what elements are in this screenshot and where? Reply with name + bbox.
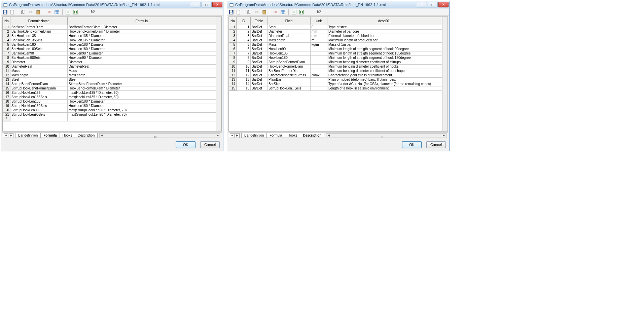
cell-unit[interactable] [311,56,327,60]
cell-unit[interactable] [311,65,327,69]
cell-formulaname[interactable]: BarHookLen135Seis [10,38,68,43]
cell-id[interactable]: 15 [237,86,251,91]
col-field[interactable]: Field [267,17,311,25]
cell-field[interactable]: Diameter [267,30,311,34]
cell-formula[interactable]: HookBendFormerDiam * Diameter [68,86,216,91]
preview1-icon[interactable] [291,9,297,15]
ok-button[interactable]: OK [176,141,195,148]
cell-field[interactable]: DiameterReal [267,34,311,38]
cell-id[interactable]: 7 [237,51,251,56]
cell-table[interactable]: BarDef [251,38,267,43]
calendar-icon[interactable] [54,9,60,15]
cell-formula[interactable]: HookLen135 * Diameter [68,34,216,38]
copy-icon[interactable] [21,9,26,15]
cell-id[interactable]: 12 [237,73,251,78]
tab-nav-left[interactable]: ◀ [230,133,235,138]
cell-formulaname[interactable]: Mass [10,69,68,73]
cell-field[interactable]: Steel [267,25,311,30]
table-row[interactable]: 88BarDefHookLen180Minimum length of stra… [229,56,442,60]
cell-formula[interactable]: HookLen180 * Diameter [68,100,216,104]
cell-desc[interactable]: Length of a hook in seismic environment. [327,86,442,91]
cell-desc[interactable]: Plain or ribbed (deformed) bars. If plai… [327,78,442,82]
table-row[interactable]: 44BarDefMaxLengthmMaximum length of prod… [229,38,442,43]
cell-desc[interactable]: Minimum length of straigth segment of ho… [327,51,442,56]
cell-desc[interactable]: Minimum length of straigth segment of ho… [327,47,442,51]
cell-unit[interactable] [311,60,327,65]
table-row[interactable]: 1313BarDefPlainBarPlain or ribbed (defor… [229,78,442,82]
cell-formulaname[interactable]: DiameterReal [10,65,68,69]
cell-unit[interactable]: mm [311,34,327,38]
cell-formulaname[interactable]: MaxLength [10,73,68,78]
cell-desc[interactable]: Type of # (for ACI), No. (for CSA), diam… [327,82,442,86]
cell-table[interactable]: BarDef [251,47,267,51]
help-icon[interactable]: k? [316,9,322,15]
cell-desc[interactable]: Mass of 1m bar [327,43,442,47]
save-icon[interactable] [2,9,8,15]
col-no[interactable]: No [229,17,237,25]
cancel-button[interactable]: Cancel [426,141,446,148]
cell-unit[interactable] [311,78,327,82]
close-button[interactable] [212,2,222,7]
cell-unit[interactable]: N/m2 [311,73,327,78]
cell-unit[interactable] [311,51,327,56]
cell-formulaname[interactable]: BarHookLen90 [10,51,68,56]
cell-id[interactable]: 6 [237,47,251,51]
tab-nav-right[interactable]: ▶ [235,133,240,138]
cell-desc[interactable]: Minimum length of straigth segment of ho… [327,56,442,60]
table-row[interactable]: 9DiameterDiameter [3,60,216,65]
row-number[interactable]: 4 [3,38,10,43]
row-number[interactable]: 3 [3,34,10,38]
table-row[interactable]: 11MassMass [3,69,216,73]
col-desc[interactable]: desc001 [327,17,442,25]
cell-unit[interactable]: kg/m [311,43,327,47]
row-number[interactable]: 10 [229,65,237,69]
table-row[interactable]: 22BarDefDiametermmDiameter of bar core [229,30,442,34]
minimize-button[interactable] [191,2,201,7]
horizontal-scrollbar[interactable]: ◀ III ▶ [99,133,220,138]
cell-formula[interactable]: max(StirrupHookLen90 * Diameter, 70) [68,113,216,117]
table-row[interactable]: 1414BarDefBarSizeType of # (for ACI), No… [229,82,442,86]
row-number[interactable]: 17 [3,95,10,100]
cell-formulaname[interactable]: StirrupHookBendFormerDiam [10,86,68,91]
table-row[interactable]: 1111BarDefBarBendFormerDiamMinimum bendi… [229,69,442,73]
tab-nav-right[interactable]: ▶ [9,133,13,138]
table-row[interactable]: 77BarDefHookLen135Minimum length of stra… [229,51,442,56]
delete-icon[interactable]: ✕ [273,9,278,15]
vertical-scrollbar[interactable] [442,17,448,131]
cell-table[interactable]: BarDef [251,56,267,60]
row-number[interactable]: 1 [229,25,237,30]
help-icon[interactable]: k? [90,9,96,15]
cell-formula[interactable]: max(HookLen135 * Diameter, 50) [68,91,216,95]
row-number[interactable]: 12 [229,73,237,78]
row-number[interactable]: 13 [229,78,237,82]
new-icon[interactable] [236,9,241,15]
maximize-button[interactable] [428,2,438,7]
cell-table[interactable]: BarDef [251,69,267,73]
table-row[interactable]: 33BarDefDiameterRealmmExternal diameter … [229,34,442,38]
cell-desc[interactable]: Characteristic yield stress of reinforce… [327,73,442,78]
table-row[interactable]: 55BarDefMasskg/mMass of 1m bar [229,43,442,47]
cell-id[interactable]: 1 [237,25,251,30]
formula-grid[interactable]: No FormulaName Formula 1BarBendFormerDia… [3,17,216,121]
row-number[interactable]: 6 [3,47,10,51]
delete-icon[interactable]: ✕ [47,9,52,15]
row-number[interactable]: 15 [229,86,237,91]
table-row[interactable]: 1515BarDefStirrupHookLen...SeisLength of… [229,86,442,91]
cell-desc[interactable]: External diameter of ribbed bar [327,34,442,38]
cell-id[interactable]: 5 [237,43,251,47]
cell-id[interactable]: 10 [237,65,251,69]
cell-unit[interactable] [311,69,327,73]
row-number[interactable]: 16 [3,91,10,95]
row-number[interactable]: 10 [3,65,10,69]
cell-table[interactable]: BarDef [251,73,267,78]
col-formula[interactable]: Formula [68,17,216,25]
row-number[interactable]: 6 [229,47,237,51]
cancel-button[interactable]: Cancel [200,141,220,148]
cell-table[interactable]: BarDef [251,25,267,30]
cell-formulaname[interactable]: BarBendFormerDiam [10,25,68,30]
row-number[interactable]: 8 [229,56,237,60]
cell-desc[interactable]: Minimum bending diameter coefficient of … [327,69,442,73]
table-row[interactable]: 5BarHookLen180HookLen180 * Diameter [3,43,216,47]
table-row[interactable]: 21StirrupHookLen90Seismax(StirrupHookLen… [3,113,216,117]
table-row[interactable]: 2BarHookBendFormerDiamHookBendFormerDiam… [3,30,216,34]
